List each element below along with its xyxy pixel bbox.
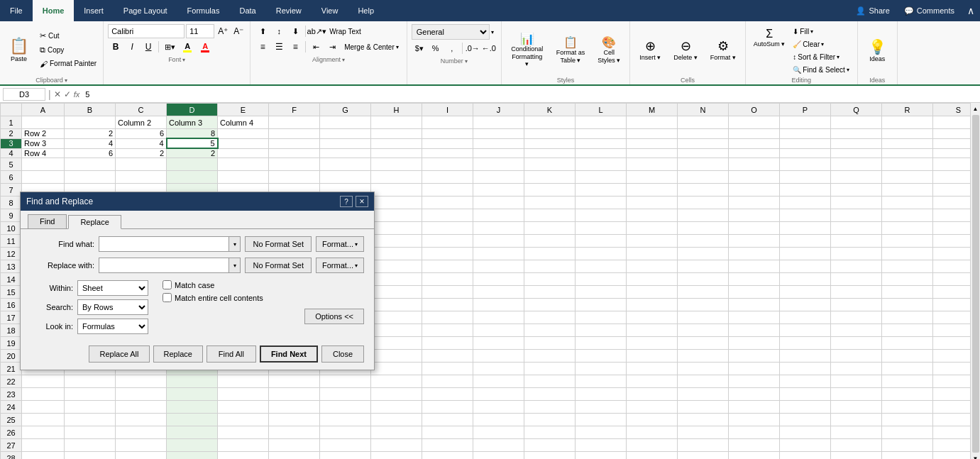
ribbon-collapse-button[interactable]: ∧ [962,0,980,21]
bold-button[interactable]: B [108,40,123,54]
col-header-a[interactable]: A [22,104,65,116]
cell-c2[interactable]: 6 [116,129,167,139]
ribbon-tab-view[interactable]: View [312,0,348,21]
col-header-p[interactable]: P [780,104,831,116]
clipboard-expand-icon[interactable]: ▾ [65,77,67,84]
cell-c1[interactable]: Column 2 [116,116,167,129]
ribbon-tab-insert[interactable]: Insert [74,0,114,21]
share-button[interactable]: 👤 Share [849,0,896,21]
col-header-j[interactable]: J [473,104,524,116]
find-replace-dialog[interactable]: Find and Replace ? × Find Replace Find w… [20,192,375,370]
cell-styles-button[interactable]: 🎨 CellStyles ▾ [593,24,625,76]
match-entire-checkbox-label[interactable]: Match entire cell contents [163,293,364,302]
find-format-button[interactable]: Format... ▾ [316,236,364,252]
align-bottom-button[interactable]: ⬇ [287,24,303,38]
col-header-o[interactable]: O [729,104,780,116]
wrap-text-button[interactable]: Wrap Text [326,24,365,38]
cell-c3[interactable]: 4 [116,138,167,148]
decrease-indent-button[interactable]: ⇤ [308,40,324,54]
cell-c4[interactable]: 2 [116,148,167,158]
autosum-button[interactable]: Σ AutoSum ▾ [750,24,789,52]
dialog-tab-replace[interactable]: Replace [68,215,121,229]
col-header-f[interactable]: F [269,104,320,116]
col-header-r[interactable]: R [882,104,933,116]
scroll-down-arrow[interactable]: ▼ [971,454,980,459]
cell-b3[interactable]: 4 [65,138,116,148]
percent-button[interactable]: % [428,41,444,55]
format-as-table-button[interactable]: 📋 Format asTable ▾ [551,24,590,76]
ribbon-tab-review[interactable]: Review [266,0,312,21]
font-name-input[interactable] [108,24,185,38]
underline-button[interactable]: U [141,40,156,54]
copy-button[interactable]: ⧉ Copy [36,43,100,57]
orientation-button[interactable]: ab↗▾ [308,24,325,38]
decrease-font-button[interactable]: A⁻ [231,24,246,38]
number-format-expand-icon[interactable]: ▾ [491,24,494,40]
accounting-format-button[interactable]: $▾ [412,41,427,55]
merge-center-button[interactable]: Merge & Center ▾ [341,40,402,54]
ribbon-tab-data[interactable]: Data [229,0,265,21]
number-format-select[interactable]: General [412,24,490,40]
fill-button[interactable]: ⬇ Fill ▾ [789,26,852,38]
font-size-input[interactable] [186,24,214,38]
cell-d4[interactable]: 2 [167,148,218,158]
cell-b1[interactable] [65,116,116,129]
replace-with-input[interactable] [99,258,229,273]
cell-d1[interactable]: Column 3 [167,116,218,129]
sort-filter-button[interactable]: ↕ Sort & Filter ▾ [789,51,852,63]
col-header-n[interactable]: N [678,104,729,116]
align-center-button[interactable]: ☰ [271,40,287,54]
match-case-checkbox-label[interactable]: Match case [163,280,364,289]
cancel-formula-icon[interactable]: ✕ [54,89,61,99]
col-header-c[interactable]: C [116,104,167,116]
ribbon-tab-formulas[interactable]: Formulas [177,0,230,21]
format-button[interactable]: ⚙ Format ▾ [705,24,741,76]
find-what-dropdown[interactable]: ▾ [229,236,241,252]
replace-button[interactable]: Replace [153,345,203,363]
formula-input[interactable] [82,90,977,99]
increase-decimal-button[interactable]: ←.0 [481,41,497,55]
increase-font-button[interactable]: A⁺ [216,24,230,38]
col-header-d[interactable]: D [167,104,218,116]
dialog-tab-find[interactable]: Find [28,214,67,228]
format-painter-button[interactable]: 🖌 Format Painter [36,57,100,70]
font-color-button[interactable]: A [197,40,214,54]
scroll-up-arrow[interactable]: ▲ [971,104,980,114]
insert-button[interactable]: ⊕ Insert ▾ [634,24,666,76]
col-header-s[interactable]: S [933,104,971,116]
font-expand-icon[interactable]: ▾ [182,57,185,63]
cell-b2[interactable]: 2 [65,129,116,139]
insert-function-icon[interactable]: fx [74,90,80,99]
ribbon-tab-page-layout[interactable]: Page Layout [114,0,177,21]
fill-color-button[interactable]: A [179,40,196,54]
cell-a4[interactable]: Row 4 [22,148,65,158]
options-button[interactable]: Options << [304,309,364,324]
col-header-h[interactable]: H [371,104,422,116]
cell-a1[interactable] [22,116,65,129]
ribbon-tab-home[interactable]: Home [33,0,75,21]
col-header-q[interactable]: Q [831,104,882,116]
match-entire-checkbox[interactable] [163,293,172,302]
col-header-e[interactable]: E [218,104,269,116]
find-all-button[interactable]: Find All [207,345,256,363]
replace-format-button[interactable]: Format... ▾ [316,258,364,273]
col-header-i[interactable]: I [422,104,473,116]
align-middle-button[interactable]: ↕ [271,24,287,38]
look-in-select[interactable]: Formulas [77,319,148,334]
find-select-button[interactable]: 🔍 Find & Select ▾ [789,64,852,76]
vertical-scrollbar[interactable]: ▲ ▼ [970,103,980,459]
comma-button[interactable]: , [444,41,460,55]
cell-e1[interactable]: Column 4 [218,116,269,129]
find-next-button[interactable]: Find Next [260,345,318,363]
search-select[interactable]: By Rows [77,299,148,315]
replace-with-dropdown[interactable]: ▾ [229,258,241,273]
col-header-l[interactable]: L [576,104,627,116]
alignment-expand-icon[interactable]: ▾ [342,57,345,63]
align-right-button[interactable]: ≡ [287,40,303,54]
cell-d2[interactable]: 8 [167,129,218,139]
align-left-button[interactable]: ≡ [255,40,270,54]
number-expand-icon[interactable]: ▾ [465,58,468,65]
dialog-help-button[interactable]: ? [340,196,353,207]
cut-button[interactable]: ✂ Cut [36,29,100,43]
ribbon-tab-help[interactable]: Help [348,0,384,21]
